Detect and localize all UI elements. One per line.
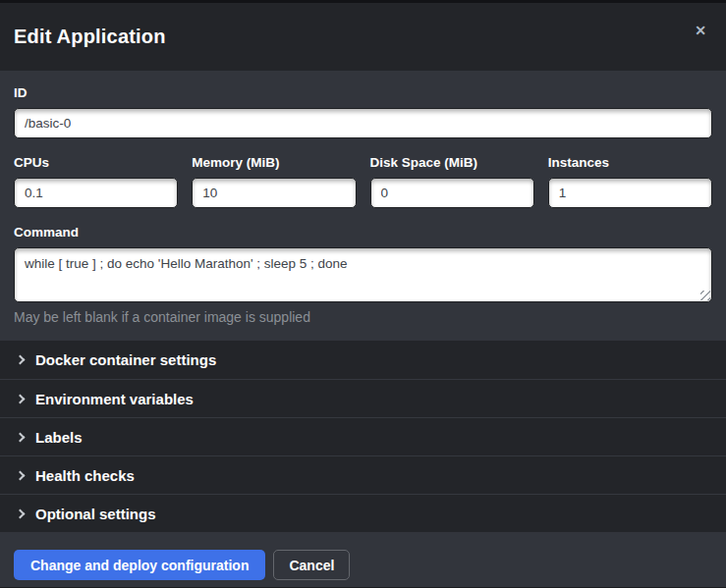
form-body: ID CPUs Memory (MiB) Disk Space (MiB) In…: [0, 71, 726, 341]
section-label: Labels: [35, 429, 83, 446]
section-label: Environment variables: [35, 391, 194, 407]
chevron-right-icon: [16, 470, 26, 480]
instances-field-group: Instances: [548, 155, 712, 208]
id-input[interactable]: [14, 108, 712, 138]
close-icon[interactable]: ✕: [691, 20, 710, 41]
disk-input[interactable]: [370, 178, 534, 208]
accordion: Docker container settings Environment va…: [0, 341, 726, 532]
instances-label: Instances: [548, 155, 712, 170]
command-helper-text: May be left blank if a container image i…: [14, 309, 712, 325]
chevron-right-icon: [16, 394, 26, 403]
cpus-field-group: CPUs: [14, 155, 178, 208]
cpus-label: CPUs: [14, 155, 178, 170]
change-and-deploy-button[interactable]: Change and deploy configuration: [14, 550, 265, 580]
cpus-input[interactable]: [14, 178, 178, 208]
command-textarea[interactable]: while [ true ] ; do echo 'Hello Marathon…: [14, 247, 712, 302]
id-field-group: ID: [14, 85, 712, 138]
resources-row: CPUs Memory (MiB) Disk Space (MiB) Insta…: [14, 155, 712, 208]
memory-label: Memory (MiB): [192, 155, 356, 170]
instances-input[interactable]: [548, 178, 712, 208]
section-label: Health checks: [35, 467, 135, 484]
disk-label: Disk Space (MiB): [370, 155, 534, 170]
section-health-checks[interactable]: Health checks: [0, 455, 726, 494]
id-label: ID: [14, 85, 712, 100]
chevron-right-icon: [16, 355, 26, 365]
modal-header: Edit Application ✕: [0, 3, 726, 71]
section-docker-container-settings[interactable]: Docker container settings: [0, 341, 726, 379]
memory-field-group: Memory (MiB): [192, 155, 356, 208]
section-environment-variables[interactable]: Environment variables: [0, 379, 726, 417]
section-label: Optional settings: [35, 506, 156, 522]
command-field-group: Command while [ true ] ; do echo 'Hello …: [14, 225, 712, 325]
section-optional-settings[interactable]: Optional settings: [0, 494, 726, 532]
section-label: Docker container settings: [35, 351, 216, 368]
modal-footer: Change and deploy configuration Cancel: [0, 532, 726, 587]
section-labels[interactable]: Labels: [0, 417, 726, 455]
modal-title: Edit Application: [14, 26, 166, 48]
memory-input[interactable]: [192, 178, 356, 208]
chevron-right-icon: [16, 432, 26, 442]
cancel-button[interactable]: Cancel: [273, 550, 350, 580]
chevron-right-icon: [16, 508, 26, 518]
edit-application-modal: Edit Application ✕ ID CPUs Memory (MiB) …: [0, 0, 726, 588]
command-label: Command: [14, 225, 712, 240]
disk-field-group: Disk Space (MiB): [370, 155, 534, 208]
